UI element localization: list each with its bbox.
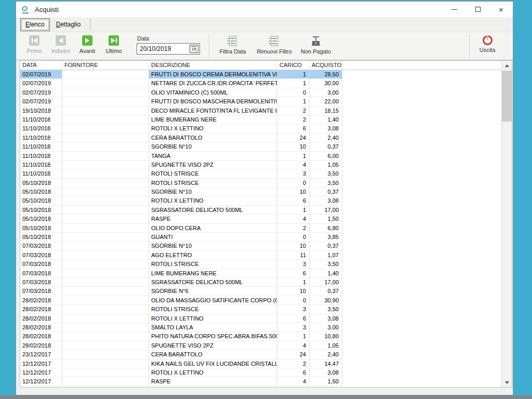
table-row[interactable]: 05/10/2018 ROTOLI STRISCE 0 3,50 [20, 179, 501, 188]
cell-fornitore[interactable] [62, 260, 149, 269]
cell-acquisto[interactable]: 30,90 [310, 296, 342, 305]
cell-descrizione[interactable]: CERA BARATTOLO [149, 134, 277, 142]
cell-data[interactable]: 23/12/2017 [20, 350, 62, 359]
cell-descrizione[interactable]: TANGA [149, 152, 277, 161]
cell-descrizione[interactable]: FRUTTI DI BOSCO MASCHERA DERMOLENITIVA V… [149, 97, 277, 106]
cell-data[interactable]: 05/10/2018 [20, 206, 62, 215]
cell-acquisto[interactable]: 3,50 [310, 169, 342, 178]
cell-data[interactable]: 07/03/2018 [20, 287, 62, 296]
cell-descrizione[interactable]: KIKA NAILS GEL UV FIX LUCIDANDE CRISTALL… [149, 360, 277, 368]
cell-acquisto[interactable]: 1,40 [310, 115, 342, 124]
cell-descrizione[interactable]: RASPE [149, 377, 277, 386]
cell-fornitore[interactable] [62, 360, 149, 368]
table-row[interactable]: 28/02/2018 SMALTO LAYLA 3 3,00 [20, 323, 501, 332]
cell-data[interactable]: 28/02/2018 [20, 305, 62, 314]
cell-carico[interactable]: 0 [277, 88, 310, 97]
cell-acquisto[interactable]: 0,37 [310, 242, 342, 250]
cell-fornitore[interactable] [62, 287, 149, 296]
cell-data[interactable]: 07/03/2018 [20, 269, 62, 278]
cell-descrizione[interactable]: ROTOLI X LETTINO [149, 196, 277, 205]
cell-carico[interactable]: 1 [277, 332, 310, 341]
cell-carico[interactable]: 24 [277, 134, 310, 142]
cell-fornitore[interactable] [62, 314, 149, 323]
cell-acquisto[interactable]: 3,08 [310, 314, 342, 323]
cell-data[interactable]: 11/10/2018 [20, 134, 62, 142]
cell-carico[interactable]: 1 [277, 152, 310, 161]
cell-carico[interactable]: 10 [277, 242, 310, 250]
cell-descrizione[interactable]: ROTOLI X LETTINO [149, 124, 277, 133]
cell-carico[interactable]: 2 [277, 107, 310, 115]
cell-descrizione[interactable]: ROTOLI STRISCE [149, 260, 277, 269]
cell-descrizione[interactable]: SPUGNETTE VISO 2PZ [149, 341, 277, 350]
cell-carico[interactable]: 1 [277, 278, 310, 287]
cell-acquisto[interactable]: 1,50 [310, 215, 342, 223]
cell-carico[interactable]: 4 [277, 161, 310, 169]
cell-fornitore[interactable] [62, 224, 149, 233]
table-row[interactable]: 28/02/2018 ROTOLI X LETTINO 6 3,08 [20, 314, 501, 323]
cell-acquisto[interactable]: 3,08 [310, 124, 342, 133]
cell-descrizione[interactable]: ROTOLI X LETTINO [149, 314, 277, 323]
scroll-up-button[interactable] [502, 61, 512, 70]
cell-fornitore[interactable] [62, 115, 149, 124]
cell-acquisto[interactable]: 3,50 [310, 260, 342, 269]
table-row[interactable]: 11/10/2018 LIME BUMERANG NERE 2 1,40 [20, 115, 501, 124]
cell-fornitore[interactable] [62, 188, 149, 196]
cell-acquisto[interactable]: 1,05 [310, 341, 342, 350]
column-header-data[interactable]: DATA [20, 61, 62, 70]
cell-carico[interactable]: 3 [277, 323, 310, 332]
table-row[interactable]: 12/12/2017 KIKA NAILS GEL UV FIX LUCIDAN… [20, 360, 501, 368]
cell-fornitore[interactable] [62, 251, 149, 260]
cell-data[interactable]: 05/10/2018 [20, 215, 62, 223]
cell-carico[interactable]: 24 [277, 350, 310, 359]
cell-descrizione[interactable]: NETTARE DI ZUCCA CR.IDR.OPACITA' PERFETT… [149, 79, 277, 88]
cell-fornitore[interactable] [62, 206, 149, 215]
cell-descrizione[interactable]: OLIO DA MASSAGGIO SATIFICANTE CORPO (C) [149, 296, 277, 305]
column-header-acquisto[interactable]: ACQUISTO [310, 61, 342, 70]
table-row[interactable]: 11/10/2018 CERA BARATTOLO 24 2,40 [20, 134, 501, 142]
table-row[interactable]: 11/10/2018 ROTOLI STRISCE 3 3,50 [20, 169, 501, 178]
cell-acquisto[interactable]: 22,00 [310, 97, 342, 106]
not-paid-button[interactable]: A Non Pagato [298, 35, 334, 55]
table-row[interactable]: 11/10/2018 ROTOLI X LETTINO 6 3,08 [20, 124, 501, 133]
cell-descrizione[interactable]: SGORBIE N°10 [149, 188, 277, 196]
table-row[interactable]: 07/03/2018 AGO ELETTRO 11 1,07 [20, 251, 501, 260]
vertical-scrollbar[interactable] [501, 61, 512, 387]
cell-carico[interactable]: 3 [277, 169, 310, 178]
cell-descrizione[interactable]: CERA BARATTOLO [149, 350, 277, 359]
cell-carico[interactable]: 2 [277, 224, 310, 233]
cell-carico[interactable]: 11 [277, 251, 310, 260]
cell-acquisto[interactable]: 0,37 [310, 287, 342, 296]
table-row[interactable]: 07/03/2018 SGRASSATORE DELICATO 500ML 1 … [20, 278, 501, 287]
table-row[interactable]: 02/07/2019 OLIO VITAMINICO (C) 500ML 0 3… [20, 88, 501, 97]
last-button[interactable]: Ultimo [101, 35, 127, 54]
table-row[interactable]: 12/12/2017 RASPE 4 1,50 [20, 377, 501, 386]
cell-fornitore[interactable] [62, 124, 149, 133]
cell-descrizione[interactable]: RASPE [149, 215, 277, 223]
cell-acquisto[interactable]: 1,50 [310, 377, 342, 386]
remove-filter-button[interactable]: Rimuovi Filtro [256, 35, 292, 55]
cell-fornitore[interactable] [62, 368, 149, 377]
table-row[interactable]: 11/10/2018 SGORBIE N°10 10 0,37 [20, 142, 501, 151]
cell-data[interactable]: 07/03/2018 [20, 242, 62, 250]
cell-acquisto[interactable]: 3,00 [310, 323, 342, 332]
cell-carico[interactable]: 2 [277, 360, 310, 368]
cell-acquisto[interactable]: 1,07 [310, 251, 342, 260]
table-row[interactable]: 28/02/2018 ROTOLI STRISCE 3 3,50 [20, 305, 501, 314]
cell-data[interactable]: 11/10/2018 [20, 152, 62, 161]
cell-carico[interactable]: 1 [277, 70, 310, 79]
cell-carico[interactable]: 6 [277, 124, 310, 133]
cell-data[interactable]: 28/02/2018 [20, 314, 62, 323]
cell-acquisto[interactable]: 17,00 [310, 278, 342, 287]
cell-carico[interactable]: 2 [277, 115, 310, 124]
cell-data[interactable]: 07/03/2018 [20, 251, 62, 260]
cell-descrizione[interactable]: PHITO NATURA CORPO SPEC.ABRA.BIFAS.500ML… [149, 332, 277, 341]
cell-fornitore[interactable] [62, 341, 149, 350]
scroll-down-button[interactable] [502, 378, 512, 387]
cell-data[interactable]: 11/10/2018 [20, 124, 62, 133]
table-row[interactable]: 28/02/2018 OLIO DA MASSAGGIO SATIFICANTE… [20, 296, 501, 305]
cell-data[interactable]: 05/10/2018 [20, 188, 62, 196]
table-row[interactable]: 02/07/2019 NETTARE DI ZUCCA CR.IDR.OPACI… [20, 79, 501, 88]
cell-descrizione[interactable]: OLIO DOPO CERA [149, 224, 277, 233]
cell-acquisto[interactable]: 2,40 [310, 350, 342, 359]
cell-carico[interactable]: 4 [277, 341, 310, 350]
